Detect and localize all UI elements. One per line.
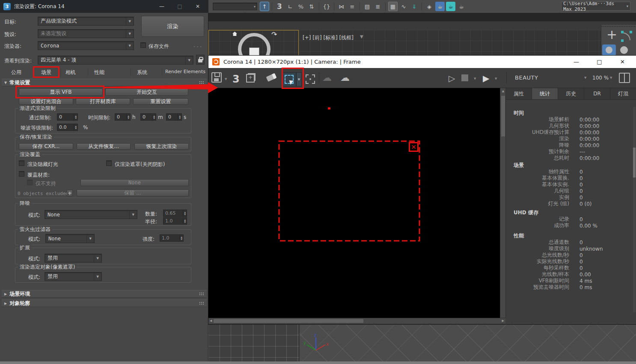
- firefly-mode-dropdown[interactable]: None ▼: [45, 234, 95, 243]
- resume-last-render-button[interactable]: 恢复上次渲染: [134, 143, 189, 150]
- home-icon[interactable]: [232, 32, 237, 36]
- lightmix-setup-button[interactable]: 设置灯光混合: [19, 98, 73, 105]
- render-button[interactable]: 渲染: [141, 16, 204, 37]
- save-dropdown-icon[interactable]: ▼: [225, 77, 227, 81]
- mirror-icon[interactable]: ⋈: [337, 2, 346, 11]
- percent-snap-icon[interactable]: %: [296, 2, 306, 11]
- override-material-button[interactable]: None: [80, 179, 189, 186]
- viewport-perspective[interactable]: z y x: [300, 324, 636, 361]
- spinner-arrows-icon[interactable]: ▲▼: [183, 218, 187, 224]
- add-excluded-button[interactable]: +: [67, 190, 73, 196]
- shapes-button[interactable]: [620, 46, 628, 54]
- preserve-button[interactable]: 保留 ...: [77, 189, 189, 196]
- stats-scrollbar[interactable]: [633, 107, 636, 312]
- clear-image-button[interactable]: [267, 75, 276, 80]
- tab-camera[interactable]: 相机: [62, 69, 79, 76]
- tab-performance[interactable]: 性能: [91, 69, 107, 76]
- vfb-titlebar[interactable]: Corona 14 | 1280×720px (1:1) | Camera: |…: [208, 56, 636, 68]
- snaps-toggle-3d-button[interactable]: ↑: [260, 2, 269, 11]
- stats-tab-history[interactable]: 历史: [558, 88, 584, 99]
- spinner-arrows-icon[interactable]: ▲▼: [179, 235, 183, 241]
- resume-from-file-button[interactable]: 从文件恢复...: [77, 143, 131, 150]
- project-folder-path[interactable]: C:\Users\Adm···3ds Max 2023 ▼: [561, 2, 630, 11]
- save-file-browse[interactable]: . . .: [193, 42, 202, 48]
- renderer-dropdown[interactable]: Corona ▼: [38, 41, 134, 50]
- funnel-icon[interactable]: ▼: [360, 34, 363, 39]
- scroll-left-icon[interactable]: ◀: [210, 318, 212, 323]
- stats-tab-properties[interactable]: 属性: [506, 88, 532, 99]
- firefly-strength-spinner[interactable]: 1.0 ▲▼: [160, 234, 184, 242]
- stamp-3-icon[interactable]: 3: [232, 73, 240, 85]
- angle-snap-3-icon[interactable]: 3: [275, 2, 284, 11]
- render-setup-icon[interactable]: ☕: [435, 2, 445, 11]
- extension-mode-dropdown[interactable]: 禁用 ▼: [45, 254, 102, 263]
- ab-compare-button[interactable]: [619, 73, 630, 83]
- stop-render-button[interactable]: [461, 74, 468, 81]
- tab-common[interactable]: 公用: [7, 69, 26, 76]
- viewport-bottom-left[interactable]: [208, 324, 299, 361]
- stop-dropdown-icon[interactable]: ▼: [474, 77, 476, 80]
- save-file-checkbox[interactable]: [140, 42, 146, 48]
- named-selection-combo[interactable]: ▾: [213, 3, 257, 10]
- region-close-button[interactable]: ✕: [409, 142, 419, 152]
- save-image-button[interactable]: [211, 72, 222, 83]
- minimize-button[interactable]: —: [567, 59, 586, 65]
- stats-tab-statistics[interactable]: 统计: [532, 88, 558, 99]
- canvas-horizontal-scrollbar[interactable]: ◀ ▶: [208, 318, 505, 323]
- curve-editor-icon[interactable]: ∿: [399, 2, 408, 11]
- mask-only-checkbox[interactable]: [106, 160, 112, 166]
- minimize-button[interactable]: —: [155, 3, 169, 9]
- start-render-button[interactable]: ▷: [449, 73, 455, 83]
- align-icon[interactable]: ≡: [348, 2, 357, 11]
- viewport-front[interactable]: [+] [前] [标准] [线框] ▼: [299, 30, 636, 56]
- tab-render-elements[interactable]: Render Elements: [165, 69, 206, 74]
- noise-limit-spinner[interactable]: 0.0 ▲▼: [57, 124, 78, 131]
- duplicate-to-history-button[interactable]: [246, 73, 256, 83]
- lock-view-button[interactable]: [196, 55, 205, 65]
- pass-limit-spinner[interactable]: 0 ▲▼: [57, 113, 78, 121]
- denoise-radius-spinner[interactable]: 1.0 ▲▼: [163, 217, 187, 225]
- spinner-arrows-icon[interactable]: ▲▼: [178, 114, 181, 120]
- scrollbar-thumb[interactable]: [214, 319, 363, 323]
- stats-tab-lightmix[interactable]: 灯混: [610, 88, 636, 99]
- reset-settings-button[interactable]: 重置设置: [133, 98, 188, 105]
- unsupported-only-checkbox[interactable]: [27, 180, 33, 185]
- upload-cloud-icon[interactable]: ☁: [340, 72, 350, 83]
- scrollbar-thumb[interactable]: [633, 148, 636, 178]
- denoise-preview-icon[interactable]: ☁: [322, 72, 332, 83]
- spinner-arrows-icon[interactable]: ▲▼: [152, 114, 156, 120]
- focus-region-button[interactable]: [306, 74, 315, 84]
- ribbon-toggle-icon[interactable]: ▦: [388, 2, 398, 11]
- zoom-level-select[interactable]: 100 %: [592, 75, 609, 81]
- rendered-frame-window-icon[interactable]: ☕: [446, 2, 455, 11]
- stats-tab-dr[interactable]: DR: [584, 88, 610, 99]
- angle-snap-icon[interactable]: ∟: [285, 2, 295, 11]
- layer-explorer-icon[interactable]: ≣: [373, 2, 383, 11]
- viewport-front-active[interactable]: 北 ↷: [208, 30, 299, 56]
- denoise-mode-dropdown[interactable]: None ▼: [45, 210, 137, 219]
- interactive-dropdown-icon[interactable]: ▼: [495, 77, 497, 80]
- zoom-dropdown-icon[interactable]: ▼: [610, 76, 612, 80]
- tab-system[interactable]: 系统: [134, 69, 150, 76]
- spinner-arrows-icon[interactable]: ▲▼: [74, 124, 77, 130]
- time-limit-m-spinner[interactable]: 0 ▲▼: [140, 113, 156, 121]
- time-limit-h-spinner[interactable]: 0 ▲▼: [115, 113, 131, 121]
- preset-dropdown[interactable]: 未选定预设 ▼: [38, 29, 134, 38]
- denoise-amount-spinner[interactable]: 0.65 ▲▼: [163, 210, 187, 217]
- edit-named-selections-icon[interactable]: {}: [322, 2, 331, 11]
- viewcube-center[interactable]: [249, 47, 259, 56]
- beauty-dropdown-icon[interactable]: ▼: [584, 76, 586, 80]
- material-editor-icon[interactable]: ◈: [425, 2, 434, 11]
- viewport-label[interactable]: [+] [前] [标准] [线框]: [303, 34, 354, 41]
- start-interactive-button[interactable]: ▶: [483, 73, 489, 83]
- rollout-scene-environment[interactable]: ▶ 场景环境: [2, 290, 207, 298]
- render-hidden-lights-checkbox[interactable]: [19, 160, 24, 166]
- shapes-icon[interactable]: [621, 31, 632, 42]
- geometry-button[interactable]: [602, 44, 616, 56]
- spinner-arrows-icon[interactable]: ▲▼: [74, 114, 77, 120]
- dialog-titlebar[interactable]: 3 渲染设置: Corona 14 — □ ✕: [0, 0, 208, 13]
- close-button[interactable]: ✕: [613, 59, 632, 65]
- canvas-vertical-scrollbar[interactable]: ▲: [500, 88, 505, 318]
- schematic-view-icon[interactable]: ⇓: [410, 2, 419, 11]
- open-material-library-button[interactable]: 打开材质库: [76, 98, 130, 105]
